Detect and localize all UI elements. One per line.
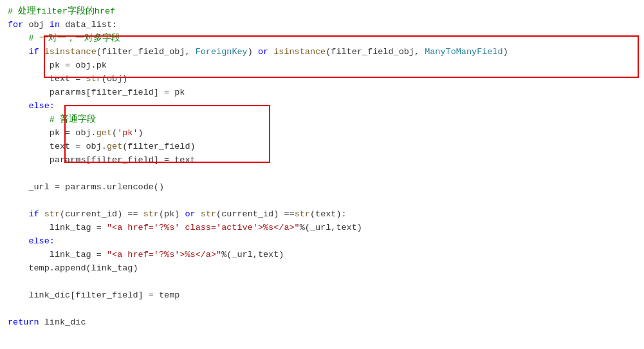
code-line — [0, 276, 644, 289]
code-line: if isinstance(filter_field_obj, ForeignK… — [0, 46, 644, 59]
code-line: # 处理filter字段的href — [0, 5, 644, 19]
code-line: link_dic[filter_field] = temp — [0, 289, 644, 303]
code-line: pk = obj.pk — [0, 59, 644, 73]
code-line: link_tag = "<a href='?%s' class='active'… — [0, 222, 644, 235]
code-line: for obj in data_list: — [0, 19, 644, 32]
code-line: pararms[filter_field] = pk — [0, 86, 644, 100]
code-line: temp.append(link_tag) — [0, 262, 644, 276]
code-editor: # 处理filter字段的href for obj in data_list: … — [0, 0, 644, 349]
code-line: text = obj.get(filter_field) — [0, 140, 644, 154]
code-line: # 普通字段 — [0, 113, 644, 127]
code-line: pararms[filter_field] = text — [0, 154, 644, 167]
code-line: if str(current_id) == str(pk) or str(cur… — [0, 208, 644, 222]
code-line: # 一对一，一对多字段 — [0, 32, 644, 46]
code-line: link_tag = "<a href='?%s'>%s</a>"%(_url,… — [0, 249, 644, 262]
code-line: else: — [0, 235, 644, 249]
code-line — [0, 194, 644, 208]
code-line: return link_dic — [0, 316, 644, 330]
code-line: text = str(obj) — [0, 73, 644, 86]
code-line — [0, 303, 644, 316]
code-line: pk = obj.get('pk') — [0, 127, 644, 140]
code-line: _url = pararms.urlencode() — [0, 181, 644, 194]
code-line: else: — [0, 100, 644, 113]
code-line — [0, 167, 644, 181]
